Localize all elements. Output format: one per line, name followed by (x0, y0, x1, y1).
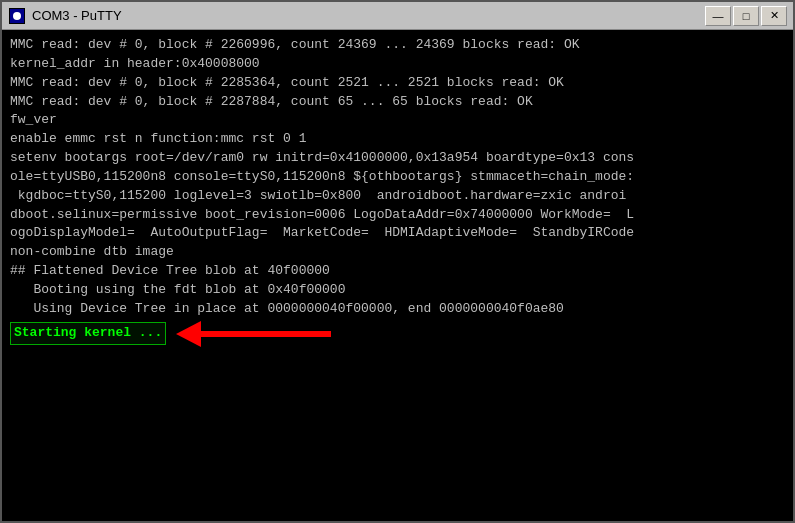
putty-window: COM3 - PuTTY — □ ✕ MMC read: dev # 0, bl… (0, 0, 795, 523)
terminal-output: MMC read: dev # 0, block # 2260996, coun… (10, 36, 785, 319)
title-bar: COM3 - PuTTY — □ ✕ (2, 2, 793, 30)
svg-rect-0 (201, 331, 331, 337)
window-controls: — □ ✕ (705, 6, 787, 26)
svg-marker-1 (176, 321, 201, 347)
kernel-start-line: Starting kernel ... (10, 322, 166, 345)
maximize-button[interactable]: □ (733, 6, 759, 26)
window-title: COM3 - PuTTY (32, 8, 705, 23)
red-arrow-icon (176, 319, 336, 349)
app-icon (8, 7, 26, 25)
close-button[interactable]: ✕ (761, 6, 787, 26)
terminal-area[interactable]: MMC read: dev # 0, block # 2260996, coun… (2, 30, 793, 521)
minimize-button[interactable]: — (705, 6, 731, 26)
